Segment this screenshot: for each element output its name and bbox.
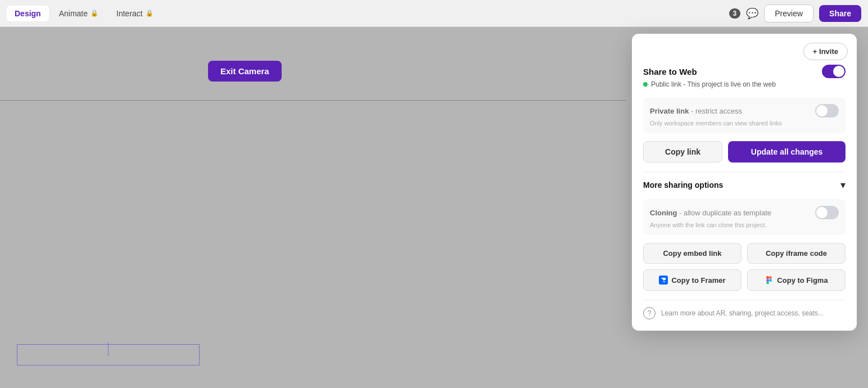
top-bar: Design Animate 🔒 Interact 🔒 3 💬 Preview … <box>0 0 868 27</box>
share-panel: + Invite Share to Web Public link - This… <box>632 34 857 331</box>
cloning-row: Cloning - allow duplicate as template <box>650 206 839 219</box>
tab-animate-label: Animate <box>59 9 88 18</box>
svg-rect-2 <box>769 276 772 279</box>
comment-icon[interactable]: 💬 <box>746 7 758 20</box>
copy-embed-link-button[interactable]: Copy embed link <box>643 243 742 264</box>
private-link-toggle[interactable] <box>815 104 839 118</box>
tab-design[interactable]: Design <box>7 6 49 21</box>
copy-link-button[interactable]: Copy link <box>643 141 722 163</box>
top-bar-right: 3 💬 Preview Share <box>729 4 861 22</box>
cloning-label: Cloning - allow duplicate as template <box>650 209 771 217</box>
info-text: Learn more about AR, sharing, project ac… <box>661 309 824 317</box>
private-link-section: Private link - restrict access Only work… <box>643 97 846 133</box>
cloning-toggle[interactable] <box>815 206 839 219</box>
info-divider <box>643 300 846 300</box>
cloning-section: Cloning - allow duplicate as template An… <box>643 199 846 235</box>
framer-icon <box>659 276 668 285</box>
public-link-text: Public link - This project is live on th… <box>651 80 776 88</box>
copy-to-figma-button[interactable]: Copy to Figma <box>747 269 846 291</box>
exit-camera-button[interactable]: Exit Camera <box>208 61 282 82</box>
svg-rect-4 <box>766 282 769 284</box>
copy-iframe-code-button[interactable]: Copy iframe code <box>747 243 846 264</box>
divider-1 <box>643 172 846 172</box>
interact-lock-icon: 🔒 <box>146 10 153 17</box>
public-link-dot <box>643 82 648 87</box>
tab-design-label: Design <box>15 9 41 18</box>
svg-point-5 <box>769 279 772 282</box>
update-all-button[interactable]: Update all changes <box>728 141 846 163</box>
copy-to-row: Copy to Framer Copy to Figma <box>643 269 846 291</box>
figma-icon <box>765 276 774 285</box>
info-circle-icon: ? <box>643 307 655 319</box>
chevron-down-icon: ▾ <box>840 180 846 190</box>
embed-buttons-row: Copy embed link Copy iframe code <box>643 243 846 264</box>
share-to-web-label: Share to Web <box>643 67 697 76</box>
info-row: ? Learn more about AR, sharing, project … <box>643 307 846 319</box>
share-panel-header: + Invite <box>632 34 857 65</box>
animate-lock-icon: 🔒 <box>91 10 98 17</box>
more-sharing-row[interactable]: More sharing options ▾ <box>643 180 846 190</box>
private-link-label: Private link - restrict access <box>650 107 742 115</box>
share-panel-body: Share to Web Public link - This project … <box>632 65 857 331</box>
more-sharing-label: More sharing options <box>643 181 723 190</box>
copy-to-framer-button[interactable]: Copy to Framer <box>643 269 742 291</box>
tab-animate[interactable]: Animate 🔒 <box>51 6 106 21</box>
notification-count: 3 <box>729 8 741 19</box>
tab-interact[interactable]: Interact 🔒 <box>108 6 161 21</box>
canvas-horizontal-line <box>0 100 626 101</box>
svg-rect-1 <box>766 276 769 279</box>
invite-button[interactable]: + Invite <box>803 43 848 60</box>
svg-rect-3 <box>766 279 769 282</box>
preview-button[interactable]: Preview <box>764 4 813 22</box>
public-link-row: Public link - This project is live on th… <box>643 80 846 88</box>
share-button[interactable]: Share <box>819 5 861 22</box>
action-buttons-row: Copy link Update all changes <box>643 141 846 163</box>
share-to-web-toggle[interactable] <box>822 65 846 78</box>
tab-interact-label: Interact <box>116 9 143 18</box>
private-link-desc: Only workspace members can view shared l… <box>650 120 839 127</box>
private-link-row: Private link - restrict access <box>650 104 839 118</box>
share-to-web-row: Share to Web <box>643 65 846 78</box>
canvas-cross-line <box>108 342 108 356</box>
cloning-desc: Anyone with the link can clone this proj… <box>650 222 839 228</box>
